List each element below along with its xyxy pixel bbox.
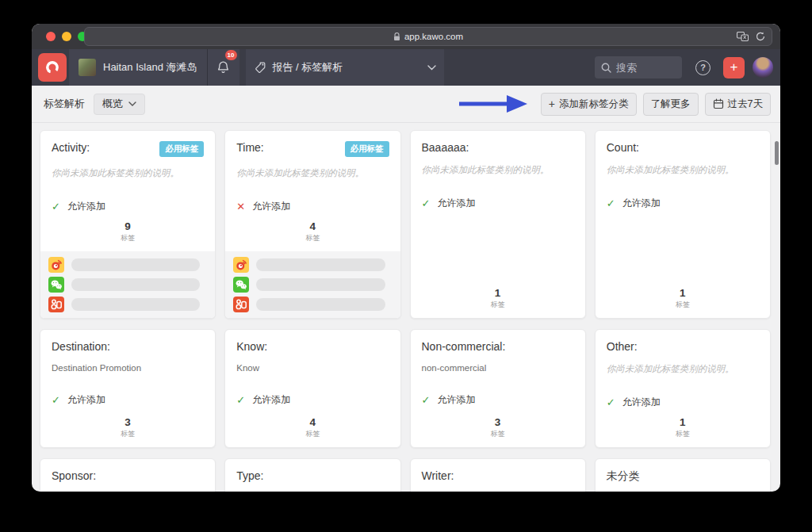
tag-bar xyxy=(71,258,200,271)
channel-row-kuaishou xyxy=(48,297,200,312)
tag-count-label: 标签 xyxy=(40,233,215,243)
tag-count-label: 标签 xyxy=(40,429,215,439)
tag-category-card[interactable]: Writer: xyxy=(410,458,586,492)
tag-category-card[interactable]: Count: 你尚未添加此标签类别的说明。 ✓ 允许添加 1 标签 xyxy=(595,130,771,319)
learn-more-button[interactable]: 了解更多 xyxy=(643,93,699,116)
user-avatar[interactable] xyxy=(753,57,773,78)
tag-category-card[interactable]: 未分类 xyxy=(595,458,771,492)
card-title: Destination: xyxy=(52,340,110,353)
required-tag-badge: 必用标签 xyxy=(345,141,389,157)
kuaishou-icon xyxy=(48,297,64,312)
lock-icon xyxy=(393,33,400,41)
app-navbar: Haitan Island 海滩岛 10 报告 / 标签解析 ? + xyxy=(32,49,780,86)
calendar-icon xyxy=(713,98,724,109)
view-selector-dropdown[interactable]: 概览 xyxy=(94,94,145,115)
card-title: Baaaaaa: xyxy=(422,141,469,154)
card-title: Count: xyxy=(607,141,639,154)
tag-bar xyxy=(71,278,200,291)
tag-count: 9 xyxy=(40,220,215,232)
tag-count: 4 xyxy=(225,220,400,232)
card-description: Destination Promotion xyxy=(40,363,215,373)
breadcrumb: 报告 / 标签解析 xyxy=(273,60,343,75)
close-window-button[interactable] xyxy=(46,32,56,41)
tag-count: 3 xyxy=(40,416,215,428)
card-grid: Activity: 必用标签 你尚未添加此标签类别的说明。 ✓ 允许添加 9 标… xyxy=(40,130,771,492)
page-subheader: 标签解析 概览 + 添加新标签分类 了解更多 过去7天 xyxy=(32,86,780,123)
search-input[interactable] xyxy=(616,62,672,74)
tag-count-label: 标签 xyxy=(225,233,400,243)
tag-category-card[interactable]: Know: Know ✓ 允许添加 4 标签 xyxy=(224,329,400,448)
date-range-button[interactable]: 过去7天 xyxy=(705,93,771,116)
allow-status-icon: ✓ xyxy=(236,395,245,405)
card-title: Activity: xyxy=(52,141,90,154)
allow-status-icon: ✕ xyxy=(236,201,245,212)
kuaishou-icon xyxy=(233,297,249,312)
tag-category-card[interactable]: Baaaaaa: 你尚未添加此标签类别的说明。 ✓ 允许添加 1 标签 xyxy=(410,130,586,319)
account-selector[interactable]: Haitan Island 海滩岛 xyxy=(69,49,208,86)
tag-count: 4 xyxy=(225,416,400,428)
allow-label: 允许添加 xyxy=(252,200,290,213)
notifications-button[interactable]: 10 xyxy=(208,49,239,86)
search-box[interactable] xyxy=(595,56,682,78)
account-name: Haitan Island 海滩岛 xyxy=(103,60,197,75)
main-content: Activity: 必用标签 你尚未添加此标签类别的说明。 ✓ 允许添加 9 标… xyxy=(32,123,780,492)
tag-icon xyxy=(254,61,266,74)
card-title: Know: xyxy=(236,340,267,353)
tag-count-label: 标签 xyxy=(596,300,770,310)
report-breadcrumb-dropdown[interactable]: 报告 / 标签解析 xyxy=(246,49,444,86)
kawo-logo[interactable] xyxy=(38,53,67,82)
create-button[interactable]: + xyxy=(723,57,745,78)
scrollbar-thumb[interactable] xyxy=(775,141,779,165)
help-button[interactable]: ? xyxy=(695,60,710,75)
tag-category-card[interactable]: Time: 必用标签 你尚未添加此标签类别的说明。 ✕ 允许添加 4 标签 xyxy=(224,130,400,319)
translate-icon[interactable] xyxy=(737,32,749,41)
card-title: Non-commercial: xyxy=(422,340,506,353)
allow-status-icon: ✓ xyxy=(607,198,615,209)
bell-icon xyxy=(216,60,230,75)
chevron-down-icon xyxy=(427,65,436,71)
wechat-icon xyxy=(48,277,64,293)
card-title: Time: xyxy=(236,141,263,154)
add-tag-category-button[interactable]: + 添加新标签分类 xyxy=(541,93,637,116)
allow-label: 允许添加 xyxy=(437,393,475,407)
reload-icon[interactable] xyxy=(756,32,765,41)
card-description: 你尚未添加此标签类别的说明。 xyxy=(596,363,770,375)
tag-count: 3 xyxy=(411,416,585,428)
search-icon xyxy=(601,63,611,73)
notification-badge: 10 xyxy=(225,50,237,60)
allow-status-icon: ✓ xyxy=(607,397,615,408)
browser-window: app.kawo.com Haitan Island 海滩岛 xyxy=(32,24,780,492)
channel-row-wechat xyxy=(233,277,385,293)
allow-status-icon: ✓ xyxy=(422,198,431,209)
allow-label: 允许添加 xyxy=(67,393,105,407)
tag-count-label: 标签 xyxy=(225,429,400,439)
tag-category-card[interactable]: Sponsor: xyxy=(40,458,216,492)
chevron-down-icon xyxy=(128,101,136,107)
traffic-lights[interactable] xyxy=(46,32,87,41)
tag-category-card[interactable]: Activity: 必用标签 你尚未添加此标签类别的说明。 ✓ 允许添加 9 标… xyxy=(40,130,216,319)
tag-category-card[interactable]: Destination: Destination Promotion ✓ 允许添… xyxy=(40,329,216,448)
tag-category-card[interactable]: Type: xyxy=(224,458,400,492)
channel-row-wechat xyxy=(48,277,200,293)
channel-row-weibo xyxy=(233,257,385,273)
channel-row-kuaishou xyxy=(233,297,385,312)
card-description: 你尚未添加此标签类别的说明。 xyxy=(225,167,400,179)
card-title: 未分类 xyxy=(607,469,640,484)
annotation-arrow xyxy=(459,94,529,114)
tag-category-card[interactable]: Non-commercial: non-commercial ✓ 允许添加 3 … xyxy=(410,329,586,448)
allow-label: 允许添加 xyxy=(67,200,105,213)
card-description: 你尚未添加此标签类别的说明。 xyxy=(40,167,215,179)
tag-category-card[interactable]: Other: 你尚未添加此标签类别的说明。 ✓ 允许添加 1 标签 xyxy=(595,329,771,448)
plus-icon: + xyxy=(549,98,555,110)
card-description: non-commercial xyxy=(411,363,585,373)
minimize-window-button[interactable] xyxy=(62,32,71,41)
allow-status-icon: ✓ xyxy=(422,395,431,405)
channel-row-weibo xyxy=(48,257,200,273)
tag-count: 1 xyxy=(411,287,585,299)
card-title: Writer: xyxy=(422,469,454,482)
allow-label: 允许添加 xyxy=(622,197,661,210)
card-description: Know xyxy=(225,363,400,373)
card-description: 你尚未添加此标签类别的说明。 xyxy=(596,164,770,176)
tag-count: 1 xyxy=(596,287,770,299)
address-bar[interactable]: app.kawo.com xyxy=(84,27,772,46)
